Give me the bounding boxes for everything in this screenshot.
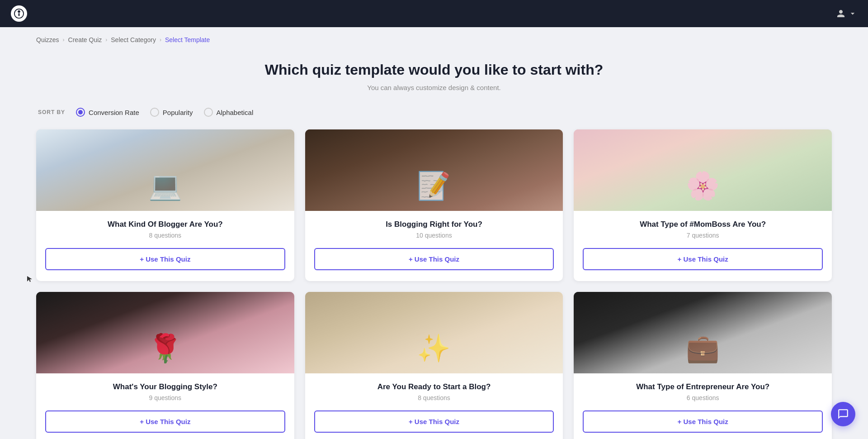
quiz-card-2: What Type of #MomBoss Are You? 7 questio… xyxy=(574,129,832,281)
card-body-1: Is Blogging Right for You? 10 questions … xyxy=(305,211,563,281)
card-questions-4: 8 questions xyxy=(314,394,554,401)
card-image-1 xyxy=(305,129,563,211)
card-title-4: Are You Ready to Start a Blog? xyxy=(314,382,554,391)
card-body-2: What Type of #MomBoss Are You? 7 questio… xyxy=(574,211,832,281)
card-questions-0: 8 questions xyxy=(45,232,285,239)
radio-conversion-rate[interactable] xyxy=(76,108,85,117)
sort-by-label: SORT BY xyxy=(38,109,65,115)
card-title-0: What Kind Of Blogger Are You? xyxy=(45,220,285,229)
sort-by-section: SORT BY Conversion Rate Popularity Alpha… xyxy=(36,108,832,117)
breadcrumb-sep-2: › xyxy=(105,37,107,43)
page-subtitle: You can always customize design & conten… xyxy=(36,84,832,91)
card-body-0: What Kind Of Blogger Are You? 8 question… xyxy=(36,211,294,281)
use-quiz-button-2[interactable]: + Use This Quiz xyxy=(583,248,823,270)
card-title-1: Is Blogging Right for You? xyxy=(314,220,554,229)
card-image-2 xyxy=(574,129,832,211)
user-menu[interactable] xyxy=(836,9,857,18)
radio-conversion-rate-inner xyxy=(78,110,83,115)
use-quiz-button-4[interactable]: + Use This Quiz xyxy=(314,410,554,433)
card-body-3: What's Your Blogging Style? 9 questions … xyxy=(36,373,294,439)
sort-popularity-label: Popularity xyxy=(163,109,193,116)
card-image-3 xyxy=(36,292,294,373)
radio-popularity[interactable] xyxy=(150,108,159,117)
quiz-card-0: What Kind Of Blogger Are You? 8 question… xyxy=(36,129,294,281)
cards-grid: What Kind Of Blogger Are You? 8 question… xyxy=(36,129,832,439)
sort-conversion-rate[interactable]: Conversion Rate xyxy=(76,108,139,117)
card-questions-5: 6 questions xyxy=(583,394,823,401)
page-title: Which quiz template would you like to st… xyxy=(36,62,832,78)
card-title-3: What's Your Blogging Style? xyxy=(45,382,285,391)
card-body-5: What Type of Entrepreneur Are You? 6 que… xyxy=(574,373,832,439)
chat-bubble-button[interactable] xyxy=(831,402,855,426)
breadcrumb-sep-1: › xyxy=(63,37,65,43)
use-quiz-button-1[interactable]: + Use This Quiz xyxy=(314,248,554,270)
breadcrumb-sep-3: › xyxy=(160,37,161,43)
quiz-card-3: What's Your Blogging Style? 9 questions … xyxy=(36,292,294,439)
sort-conversion-rate-label: Conversion Rate xyxy=(89,109,139,116)
breadcrumb-quizzes[interactable]: Quizzes xyxy=(36,36,59,43)
logo[interactable] xyxy=(11,5,27,22)
card-title-5: What Type of Entrepreneur Are You? xyxy=(583,382,823,391)
breadcrumb: Quizzes › Create Quiz › Select Category … xyxy=(0,27,868,52)
card-questions-1: 10 questions xyxy=(314,232,554,239)
card-body-4: Are You Ready to Start a Blog? 8 questio… xyxy=(305,373,563,439)
sort-alphabetical[interactable]: Alphabetical xyxy=(204,108,254,117)
card-questions-2: 7 questions xyxy=(583,232,823,239)
main-content: Which quiz template would you like to st… xyxy=(0,52,868,439)
card-image-5 xyxy=(574,292,832,373)
quiz-card-1: Is Blogging Right for You? 10 questions … xyxy=(305,129,563,281)
breadcrumb-create-quiz[interactable]: Create Quiz xyxy=(68,36,102,43)
sort-alphabetical-label: Alphabetical xyxy=(217,109,254,116)
header xyxy=(0,0,868,27)
radio-alphabetical[interactable] xyxy=(204,108,213,117)
card-title-2: What Type of #MomBoss Are You? xyxy=(583,220,823,229)
quiz-card-4: Are You Ready to Start a Blog? 8 questio… xyxy=(305,292,563,439)
sort-popularity[interactable]: Popularity xyxy=(150,108,193,117)
use-quiz-button-3[interactable]: + Use This Quiz xyxy=(45,410,285,433)
card-questions-3: 9 questions xyxy=(45,394,285,401)
use-quiz-button-5[interactable]: + Use This Quiz xyxy=(583,410,823,433)
svg-point-0 xyxy=(18,10,20,13)
breadcrumb-select-category[interactable]: Select Category xyxy=(111,36,156,43)
use-quiz-button-0[interactable]: + Use This Quiz xyxy=(45,248,285,270)
card-image-4 xyxy=(305,292,563,373)
quiz-card-5: What Type of Entrepreneur Are You? 6 que… xyxy=(574,292,832,439)
card-image-0 xyxy=(36,129,294,211)
breadcrumb-select-template: Select Template xyxy=(165,36,210,43)
svg-rect-1 xyxy=(19,13,20,16)
